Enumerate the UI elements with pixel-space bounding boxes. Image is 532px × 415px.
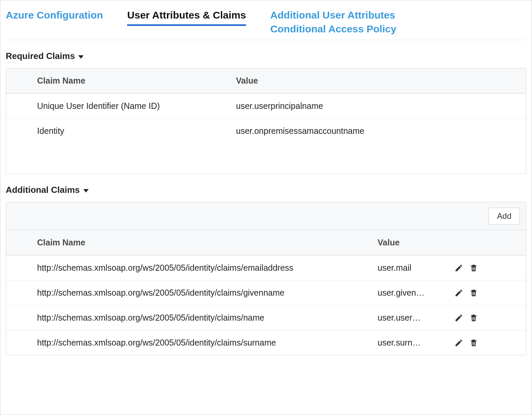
caret-down-icon [83,189,89,192]
delete-icon[interactable] [469,289,478,297]
caret-down-icon [78,55,84,59]
claim-value-cell: user.onpremisessamaccountname [236,126,526,136]
edit-icon[interactable] [454,264,463,272]
additional-claims-title: Additional Claims [6,185,80,195]
additional-claims-panel: Add Claim Name Value http://schemas.xmls… [6,202,526,355]
table-row: http://schemas.xmlsoap.org/ws/2005/05/id… [6,255,526,280]
required-claims-toggle[interactable]: Required Claims [6,51,526,61]
table-row: http://schemas.xmlsoap.org/ws/2005/05/id… [6,305,526,330]
column-header-value: Value [236,76,526,86]
required-claims-title: Required Claims [6,51,75,61]
additional-claims-toolbar: Add [6,202,526,230]
additional-claims-header: Claim Name Value [6,230,526,255]
claim-value-cell: user.user… [378,313,452,323]
claim-name-cell: Unique User Identifier (Name ID) [37,101,236,111]
claim-name-cell: http://schemas.xmlsoap.org/ws/2005/05/id… [37,263,378,273]
column-header-claim-name: Claim Name [37,238,378,247]
table-row: Identity user.onpremisessamaccountname [6,118,526,143]
column-header-value: Value [378,238,452,247]
delete-icon[interactable] [469,264,478,272]
claim-value-cell: user.userprincipalname [236,101,526,111]
required-claims-header: Claim Name Value [6,68,526,93]
edit-icon[interactable] [454,289,463,297]
delete-icon[interactable] [469,314,478,322]
required-claims-panel: Claim Name Value Unique User Identifier … [6,68,526,174]
column-header-claim-name: Claim Name [37,76,236,86]
delete-icon[interactable] [469,338,478,347]
edit-icon[interactable] [454,338,463,347]
add-button[interactable]: Add [489,208,520,225]
claim-value-cell: user.surn… [378,338,452,348]
tab-azure-configuration[interactable]: Azure Configuration [6,8,103,22]
additional-claims-toggle[interactable]: Additional Claims [6,185,526,195]
claim-name-cell: http://schemas.xmlsoap.org/ws/2005/05/id… [37,313,378,323]
claim-name-cell: http://schemas.xmlsoap.org/ws/2005/05/id… [37,288,378,298]
claim-value-cell: user.mail [378,263,452,273]
edit-icon[interactable] [454,314,463,322]
tab-user-attributes-claims[interactable]: User Attributes & Claims [127,8,246,26]
table-row: http://schemas.xmlsoap.org/ws/2005/05/id… [6,280,526,305]
table-row: http://schemas.xmlsoap.org/ws/2005/05/id… [6,330,526,355]
claim-value-cell: user.given… [378,288,452,298]
tab-conditional-access-policy[interactable]: Conditional Access Policy [270,22,396,36]
claim-name-cell: Identity [37,126,236,136]
claim-name-cell: http://schemas.xmlsoap.org/ws/2005/05/id… [37,338,378,348]
tab-bar: Azure Configuration User Attributes & Cl… [6,0,526,40]
tab-additional-user-attributes[interactable]: Additional User Attributes [270,8,396,22]
table-row: Unique User Identifier (Name ID) user.us… [6,93,526,118]
